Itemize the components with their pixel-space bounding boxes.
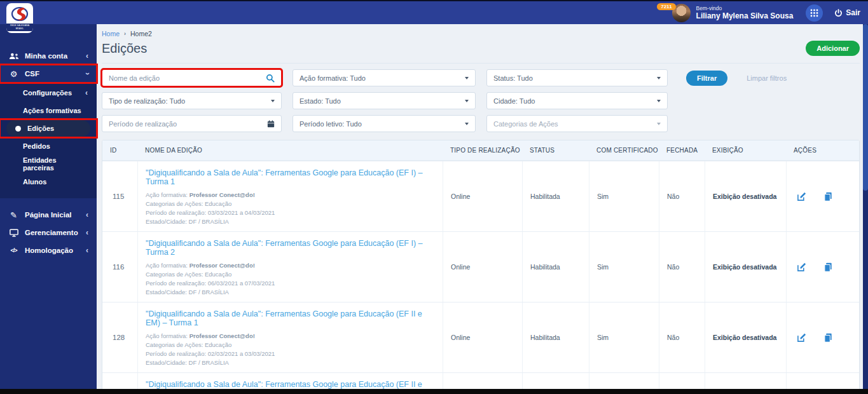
calendar-icon[interactable] [267,120,275,128]
sidebar-label: Entidades parceiras [23,156,88,172]
caret-down-icon [465,77,469,79]
sidebar-item-entidades-parceiras[interactable]: Entidades parceiras [0,155,97,173]
edit-icon[interactable] [797,333,806,343]
tipo-realizacao-select[interactable]: Tipo de realização: Tudo [102,92,282,109]
logo-wordmark: REDE SALESIANA BRASIL [6,24,33,31]
fechada-value: Não [659,302,705,372]
com-certificado-value: Sim [589,161,659,231]
fechada-value: Não [659,373,705,389]
periodo-letivo-select[interactable]: Período letivo: Tudo [293,115,476,132]
logout-button[interactable]: Sair [834,8,860,17]
copy-icon[interactable] [823,262,833,272]
select-value: Tipo de realização: Tudo [109,97,271,105]
table-header-row: ID NOME DA EDIÇÃO TIPO DE REALIZAÇÃO STA… [102,140,859,161]
chevron-left-icon: ‹ [86,229,88,236]
sidebar-item-minha-conta[interactable]: Minha conta ‹ [0,47,97,65]
sidebar-item-gerenciamento[interactable]: Gerenciamento ‹ [0,224,97,241]
estado-select[interactable]: Estado: Tudo [293,92,476,109]
caret-down-icon [657,100,661,102]
sidebar-item-csf[interactable]: ⚙ CSF ‹ [0,65,97,83]
header-user-cluster: 7211 Bem-vindo Liliany Mylena Silva Sous… [657,4,860,22]
code-icon: </> [8,247,19,254]
filter-actions: Filtrar Limpar filtros [679,69,860,86]
sidebar-item-edicoes-pill[interactable]: Edições [6,120,90,137]
categorias-acoes-select[interactable]: Categorias de Ações [486,115,668,132]
tipo-realizacao-value: Online [443,373,522,389]
apps-grid-button[interactable] [806,4,823,22]
actions-cell [786,232,859,302]
clear-filters-link[interactable]: Limpar filtros [747,74,787,82]
app-logo[interactable]: REDE SALESIANA BRASIL [6,3,33,33]
select-value: Estado: Tudo [300,97,465,105]
exibicao-value: Exibição desativada [705,373,786,389]
fechada-value: Não [659,161,705,231]
sidebar-item-configuracoes[interactable]: Configurações ‹ [0,84,97,102]
date-range-input[interactable] [109,120,267,128]
copy-icon[interactable] [823,333,833,343]
status-value: Habilitada [522,373,589,389]
status-select[interactable]: Status: Tudo [486,69,668,86]
user-name: Liliany Mylena Silva Sousa [696,11,794,20]
column-header-exibicao: EXIBIÇÃO [705,140,786,160]
edition-title-link[interactable]: "Digiqualificando a Sala de Aula": Ferra… [146,239,435,257]
status-value: Habilitada [522,232,589,302]
sidebar-label: Gerenciamento [25,229,78,236]
edition-title-link[interactable]: "Digiqualificando a Sala de Aula": Ferra… [146,168,435,186]
edition-name-search[interactable] [102,69,282,86]
vertical-scrollbar[interactable] [863,24,868,389]
logout-label: Sair [846,8,860,17]
column-header-nome: NOME DA EDIÇÃO [137,140,443,160]
table-row: 129 "Digiqualificando a Sala de Aula": F… [102,372,859,389]
page-header: Edições Adicionar [102,41,860,64]
edition-name-cell: "Digiqualificando a Sala de Aula": Ferra… [137,161,443,231]
breadcrumb-home-link[interactable]: Home [102,30,120,37]
chevron-left-icon: ‹ [86,247,88,254]
edition-id: 116 [102,232,137,302]
exibicao-value: Exibição desativada [705,302,786,372]
breadcrumb-separator-icon: › [124,31,126,37]
notification-badge[interactable]: 7211 [657,3,675,10]
edit-icon[interactable] [797,192,806,201]
sidebar-label: Ações formativas [23,107,81,114]
status-value: Habilitada [522,302,589,372]
main-content: Home › Home2 Edições Adicionar Ação form… [97,24,863,389]
select-value: Ação formativa: Tudo [300,74,465,82]
scrollbar-thumb[interactable] [863,24,868,191]
periodo-realizacao-input[interactable] [102,115,282,132]
search-input[interactable] [109,74,266,82]
caret-down-icon [465,100,469,102]
sidebar-item-homologacao[interactable]: </> Homologação ‹ [0,241,97,259]
select-value: Status: Tudo [493,74,657,82]
sidebar-item-pedidos[interactable]: Pedidos [0,137,97,155]
copy-icon[interactable] [823,192,833,201]
meta-periodo: Período de realização: 06/03/2021 a 07/0… [146,279,435,288]
meta-acao-formativa: Ação formativa: Professor Conect@do! [146,332,435,341]
acao-formativa-select[interactable]: Ação formativa: Tudo [293,69,476,86]
search-icon[interactable] [266,74,275,83]
edition-title-link[interactable]: "Digiqualificando a Sala de Aula": Ferra… [146,309,435,327]
actions-cell [786,373,859,389]
csf-submenu: Configurações ‹ Ações formativas Edições… [0,83,97,198]
bullet-icon [15,126,21,132]
cidade-select[interactable]: Cidade: Tudo [486,92,668,109]
grid-icon [810,9,818,17]
edition-id: 115 [102,161,137,231]
welcome-text: Bem-vindo [696,5,794,11]
edition-title-link[interactable]: "Digiqualificando a Sala de Aula": Ferra… [146,380,435,389]
sidebar: Minha conta ‹ ⚙ CSF ‹ Configurações ‹ Aç… [0,24,97,389]
meta-categorias: Categorias de Ações: Educação [146,341,435,350]
com-certificado-value: Sim [589,232,659,302]
tipo-realizacao-value: Online [443,161,522,231]
edit-icon[interactable] [797,262,806,272]
add-button[interactable]: Adicionar [806,41,860,56]
sidebar-item-alunos[interactable]: Alunos [0,173,97,191]
sidebar-item-edicoes[interactable]: Edições [0,119,97,137]
filter-button[interactable]: Filtrar [686,71,727,86]
sidebar-item-acoes-formativas[interactable]: Ações formativas [0,102,97,119]
select-placeholder: Categorias de Ações [493,120,657,128]
meta-acao-formativa: Ação formativa: Professor Conect@do! [146,261,435,270]
edition-name-cell: "Digiqualificando a Sala de Aula": Ferra… [137,302,443,372]
sidebar-item-pagina-inicial[interactable]: ✎ Página Inicial ‹ [0,206,97,224]
power-icon [834,9,843,17]
edition-id: 129 [102,373,137,389]
